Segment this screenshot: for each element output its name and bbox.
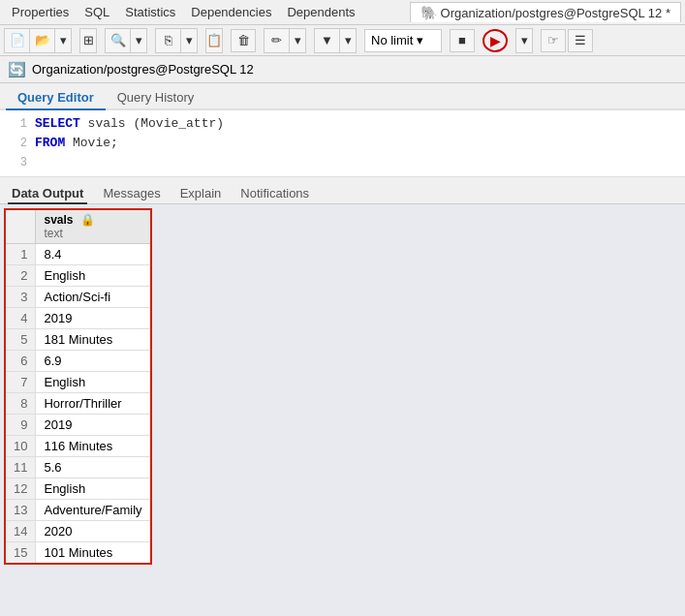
run-group: ▾ [515,28,533,53]
menu-dependents[interactable]: Dependents [279,3,362,21]
copy-chevron-button[interactable]: ▾ [181,29,197,52]
filter-chevron-button[interactable]: ▾ [340,29,356,52]
row-num: 1 [5,244,36,265]
menu-properties[interactable]: Properties [4,3,77,21]
col-name-svals: svals [44,213,73,227]
cell-svals: 181 Minutes [36,329,151,351]
table-row: 10116 Minutes [5,436,151,457]
row-num: 15 [5,542,36,565]
elephant-icon: 🐘 [420,5,437,20]
data-table: svals 🔒 text 18.42English3Action/Sci-fi4… [4,208,152,565]
toolbar: 📄 📂 ▾ ⊞ 🔍 ▾ ⎘ ▾ 📋 🗑 ✏ ▾ ▼ ▾ No limit ▾ ■… [0,25,685,56]
cell-svals: English [36,265,151,287]
stop-button[interactable]: ■ [450,29,475,52]
cell-svals: 116 Minutes [36,436,151,457]
menu-toggle-button[interactable]: ☰ [568,29,593,52]
edit-button[interactable]: ✏ [265,29,290,52]
table-row: 2English [5,265,151,287]
edit-button-group: ✏ ▾ [264,28,306,53]
table-row: 66.9 [5,351,151,372]
tab-query-editor[interactable]: Query Editor [6,86,106,110]
cell-svals: 2019 [36,415,151,436]
no-limit-selector[interactable]: No limit ▾ [364,29,442,52]
table-row: 92019 [5,415,151,436]
table-row: 13Adventure/Family [5,500,151,521]
paste-button-group: 📋 [205,28,223,53]
active-tab-label: Organization/postgres@PostgreSQL 12 * [441,6,670,20]
tab-explain[interactable]: Explain [176,184,226,204]
table-row: 7English [5,372,151,393]
grid-button-group: ⊞ [79,28,97,53]
open-file-button[interactable]: 📂 [30,29,55,52]
row-num: 3 [5,287,36,308]
cell-svals: Action/Sci-fi [36,287,151,308]
sql-editor[interactable]: 1 SELECT svals (Movie_attr) 2 FROM Movie… [0,110,685,177]
table-row: 15101 Minutes [5,542,151,565]
cell-svals: Adventure/Family [36,500,151,521]
sql-line-1: 1 SELECT svals (Movie_attr) [0,114,685,134]
sql-text-3 [35,153,43,172]
tab-notifications[interactable]: Notifications [236,184,313,204]
paste-button[interactable]: 📋 [206,29,222,52]
main-content: Query Editor Query History 1 SELECT sval… [0,83,685,616]
line-num-3: 3 [4,153,27,172]
tab-data-output[interactable]: Data Output [8,184,87,204]
data-tabs: Data Output Messages Explain Notificatio… [0,177,685,204]
row-num: 8 [5,393,36,415]
menu-sql[interactable]: SQL [77,3,117,21]
table-row: 18.4 [5,244,151,265]
cell-svals: 5.6 [36,457,151,478]
sql-keyword-select: SELECT [35,114,80,134]
edit-chevron-button[interactable]: ▾ [290,29,305,52]
cell-svals: 101 Minutes [36,542,151,565]
row-num: 9 [5,415,36,436]
file-chevron-button[interactable]: ▾ [55,29,71,52]
row-num-header [5,209,36,244]
search-button[interactable]: 🔍 [106,29,131,52]
row-num: 2 [5,265,36,287]
data-grid-wrap: svals 🔒 text 18.42English3Action/Sci-fi4… [0,204,685,616]
row-num: 12 [5,478,36,500]
cursor-button[interactable]: ☞ [541,29,566,52]
connection-icon: 🔄 [8,61,26,78]
row-num: 14 [5,521,36,542]
active-db-tab[interactable]: 🐘 Organization/postgres@PostgreSQL 12 * [410,2,681,22]
menu-dependencies[interactable]: Dependencies [183,3,279,21]
new-file-button[interactable]: 📄 [5,29,30,52]
sql-line-2: 2 FROM Movie; [0,134,685,153]
line-num-2: 2 [4,134,27,153]
cell-svals: 2020 [36,521,151,542]
cell-svals: 2019 [36,308,151,329]
col-type-svals: text [44,227,141,240]
tab-query-history[interactable]: Query History [106,86,205,110]
grid-button[interactable]: ⊞ [80,29,96,52]
menu-statistics[interactable]: Statistics [117,3,183,21]
tab-messages[interactable]: Messages [99,184,164,204]
cell-svals: Horror/Thriller [36,393,151,415]
col-header-svals[interactable]: svals 🔒 text [36,209,151,244]
table-row: 115.6 [5,457,151,478]
row-num: 10 [5,436,36,457]
lock-icon: 🔒 [80,213,95,227]
search-chevron-button[interactable]: ▾ [131,29,146,52]
sql-text-2: Movie; [65,134,118,153]
sql-line-3: 3 [0,153,685,172]
run-chevron-button[interactable]: ▾ [516,29,532,52]
filter-button[interactable]: ▼ [315,29,340,52]
sub-tabs: Query Editor Query History [0,83,685,110]
cell-svals: 6.9 [36,351,151,372]
row-num: 4 [5,308,36,329]
run-button[interactable]: ▶ [483,29,508,52]
row-num: 7 [5,372,36,393]
delete-button[interactable]: 🗑 [231,29,256,52]
menu-bar: Properties SQL Statistics Dependencies D… [0,0,685,25]
sql-text-1: svals (Movie_attr) [80,114,224,134]
cell-svals: English [36,478,151,500]
row-num: 13 [5,500,36,521]
copy-button[interactable]: ⎘ [156,29,181,52]
table-row: 142020 [5,521,151,542]
no-limit-label: No limit [371,33,413,47]
table-row: 5181 Minutes [5,329,151,351]
data-area: Data Output Messages Explain Notificatio… [0,177,685,616]
cell-svals: 8.4 [36,244,151,265]
